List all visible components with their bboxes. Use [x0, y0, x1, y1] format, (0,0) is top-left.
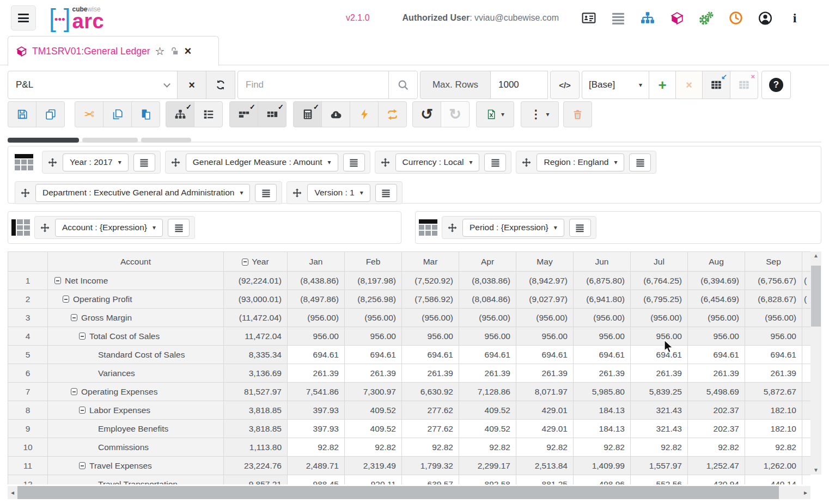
value-cell[interactable]: 8,335.34	[224, 346, 288, 364]
sheet-tab[interactable]	[141, 138, 191, 143]
value-cell[interactable]: 694.61	[516, 346, 574, 364]
value-cell[interactable]: 694.61	[402, 346, 459, 364]
add-subset-button[interactable]: +	[649, 71, 676, 99]
department-subset-button[interactable]	[255, 184, 277, 202]
value-cell[interactable]: 956.00	[288, 327, 345, 346]
hamburger-menu-button[interactable]	[11, 5, 36, 30]
account-cell[interactable]: Travel Expenses	[48, 457, 224, 475]
value-cell[interactable]: 92.82	[516, 438, 574, 457]
move-icon[interactable]	[170, 157, 181, 168]
value-cell[interactable]: (11,472.04)	[224, 309, 288, 327]
value-cell[interactable]: (6,454.69)	[688, 290, 745, 309]
value-cell[interactable]: 3,818.85	[224, 401, 288, 420]
auto-refresh-button[interactable]	[378, 101, 407, 127]
period-subset-button[interactable]	[569, 219, 591, 237]
move-icon[interactable]	[47, 157, 58, 168]
move-icon[interactable]	[521, 157, 532, 168]
column-header-account[interactable]: Account	[48, 252, 224, 272]
value-cell[interactable]: 409.52	[459, 420, 516, 438]
move-icon[interactable]	[20, 188, 31, 198]
value-cell[interactable]: (6,764.25)	[631, 272, 688, 290]
cut-button[interactable]: ✂	[75, 101, 103, 127]
value-cell[interactable]: (93,000.01)	[224, 290, 288, 309]
value-cell[interactable]: 3,136.69	[224, 364, 288, 383]
value-cell[interactable]: 277.62	[402, 420, 459, 438]
column-header-jul[interactable]: Jul	[631, 252, 688, 272]
column-header-year[interactable]: Year	[224, 252, 288, 272]
refresh-view-button[interactable]	[206, 71, 235, 99]
value-cell[interactable]: 5,872.67	[745, 383, 802, 401]
value-cell[interactable]: (956.00)	[459, 309, 516, 327]
value-cell[interactable]: 3,818.85	[224, 420, 288, 438]
value-cell[interactable]: 694.61	[288, 346, 345, 364]
version-member-select[interactable]: Version : 1▾	[307, 184, 370, 202]
find-input[interactable]	[246, 79, 381, 90]
column-header-sep[interactable]: Sep	[745, 252, 802, 272]
value-cell[interactable]: 261.39	[516, 364, 574, 383]
value-cell[interactable]: (8,084.86)	[459, 290, 516, 309]
value-cell[interactable]: 1,262.00	[745, 457, 802, 475]
value-cell[interactable]: 1,252.47	[688, 457, 745, 475]
value-cell[interactable]: 321.43	[631, 420, 688, 438]
value-cell[interactable]: (8,497.86)	[288, 290, 345, 309]
account-cell[interactable]: Total Cost of Sales	[48, 327, 224, 346]
value-cell[interactable]: 639.57	[402, 475, 459, 485]
vertical-scroll-thumb[interactable]	[811, 266, 821, 327]
value-cell[interactable]: 5,985.80	[574, 383, 631, 401]
column-header-mar[interactable]: Mar	[402, 252, 459, 272]
value-cell[interactable]: (8,197.98)	[345, 272, 402, 290]
move-icon[interactable]	[380, 157, 391, 168]
value-cell[interactable]: 184.13	[574, 420, 631, 438]
value-cell[interactable]: 261.39	[688, 364, 745, 383]
move-icon[interactable]	[447, 223, 458, 233]
value-cell[interactable]: 261.39	[574, 364, 631, 383]
value-cell[interactable]: (8,438.86)	[288, 272, 345, 290]
value-cell[interactable]: 11,472.04	[224, 327, 288, 346]
undo-button[interactable]: ↺	[412, 101, 441, 127]
scroll-left-icon[interactable]: ◂	[8, 489, 17, 496]
version-subset-button[interactable]	[375, 184, 397, 202]
value-cell[interactable]: 182.10	[745, 401, 802, 420]
lightning-run-button[interactable]	[350, 101, 379, 127]
search-button[interactable]	[388, 71, 418, 99]
value-cell[interactable]: 440.14	[745, 475, 802, 485]
value-cell[interactable]: 409.52	[345, 420, 402, 438]
move-icon[interactable]	[40, 223, 50, 233]
horizontal-scrollbar[interactable]: ◂ ▸	[8, 486, 810, 499]
vertical-scrollbar[interactable]: ▲ ▼	[810, 251, 821, 475]
sheet-tab-active[interactable]	[8, 138, 79, 143]
value-cell[interactable]: 321.43	[631, 401, 688, 420]
value-cell[interactable]: 956.00	[688, 327, 745, 346]
value-cell[interactable]: 694.61	[745, 346, 802, 364]
value-cell[interactable]: 429.01	[516, 420, 574, 438]
value-cell[interactable]: 694.61	[459, 346, 516, 364]
collapse-icon[interactable]	[54, 277, 61, 284]
value-cell[interactable]: 2,513.84	[516, 457, 574, 475]
value-cell[interactable]: 92.82	[459, 438, 516, 457]
value-cell[interactable]: 92.82	[688, 438, 745, 457]
account-cell[interactable]: Variances	[48, 364, 224, 383]
value-cell[interactable]: 202.37	[688, 401, 745, 420]
value-cell[interactable]: 5,839.25	[631, 383, 688, 401]
account-cell[interactable]: Commissions	[48, 438, 224, 457]
value-cell[interactable]: 552.56	[631, 475, 688, 485]
value-cell[interactable]: 8,071.97	[516, 383, 574, 401]
column-header-apr[interactable]: Apr	[459, 252, 516, 272]
mdx-code-button[interactable]: </>	[550, 71, 580, 99]
open-grid-button[interactable]: ↙	[702, 71, 730, 99]
subset-base-select[interactable]: [Base]▾	[582, 71, 649, 99]
scroll-down-icon[interactable]: ▼	[810, 466, 821, 475]
find-field[interactable]	[237, 71, 389, 99]
value-cell[interactable]: 694.61	[574, 346, 631, 364]
value-cell[interactable]: 694.61	[345, 346, 402, 364]
account-cell[interactable]: Net Income	[48, 272, 224, 290]
account-cell[interactable]: Travel Transportation	[48, 475, 224, 485]
value-cell[interactable]: 409.52	[345, 401, 402, 420]
value-cell[interactable]: 409.52	[459, 401, 516, 420]
more-options-button[interactable]: ⋮ ▾	[521, 101, 559, 127]
value-cell[interactable]: 81,527.97	[224, 383, 288, 401]
value-cell[interactable]: 6,630.92	[402, 383, 459, 401]
save-button[interactable]	[8, 101, 36, 127]
copy-cells-button[interactable]	[103, 101, 132, 127]
export-excel-button[interactable]: ▾	[476, 101, 514, 127]
